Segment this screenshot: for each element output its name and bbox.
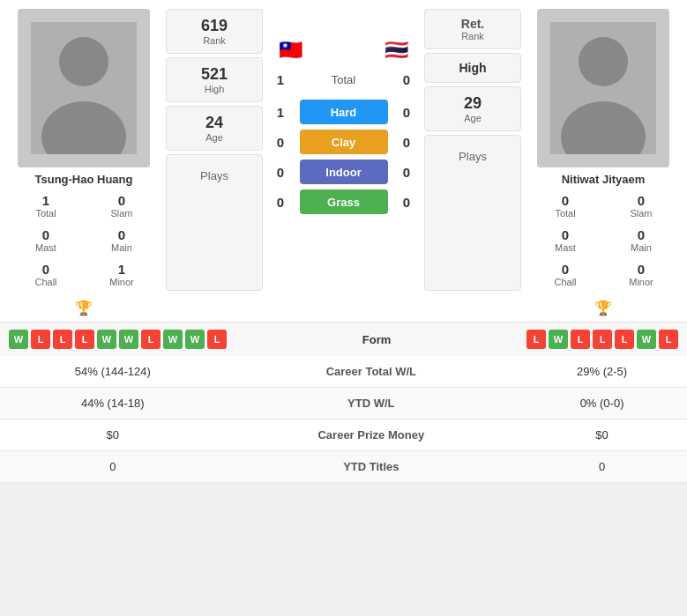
left-rank-value: 619 xyxy=(170,17,258,35)
total-row: 1 Total 0 xyxy=(270,72,417,87)
right-form-badges: L W L L L W L xyxy=(526,330,678,349)
right-form-5: L xyxy=(615,330,634,349)
right-high-box: High xyxy=(424,53,521,83)
right-high-value: High xyxy=(429,61,517,75)
right-main-cell: 0 Main xyxy=(604,224,678,256)
left-minor-cell: 1 Minor xyxy=(85,258,159,291)
left-form-10: L xyxy=(207,330,227,349)
left-player-name: Tsung-Hao Huang xyxy=(35,173,133,186)
right-mast-cell: 0 Mast xyxy=(528,224,602,256)
right-minor-label: Minor xyxy=(606,277,676,287)
left-high-label: High xyxy=(170,84,258,94)
right-player-avatar xyxy=(537,9,669,167)
right-chall-value: 0 xyxy=(530,262,601,277)
right-form-2: W xyxy=(549,330,568,349)
right-total-value: 0 xyxy=(530,193,601,208)
right-minor-cell: 0 Minor xyxy=(604,258,678,291)
right-form-3: L xyxy=(571,330,590,349)
left-age-value: 24 xyxy=(170,114,258,132)
form-label: Form xyxy=(362,333,392,346)
right-chall-cell: 0 Chall xyxy=(528,258,602,291)
left-form-4: L xyxy=(75,330,94,349)
career-wl-label: Career Total W/L xyxy=(226,356,518,388)
titles-label: YTD Titles xyxy=(226,451,518,483)
right-mast-value: 0 xyxy=(530,227,601,242)
left-slam-cell: 0 Slam xyxy=(85,189,159,222)
right-total-cell: 0 Total xyxy=(528,189,602,222)
clay-score-left: 0 xyxy=(270,135,291,150)
left-form-1: W xyxy=(9,330,28,349)
indoor-badge: Indoor xyxy=(300,160,388,184)
left-player-card: Tsung-Hao Huang 1 Total 0 Slam 0 Mast 0 … xyxy=(9,9,159,291)
left-main-label: Main xyxy=(86,242,157,253)
center-h2h: 🇹🇼 🇹🇭 1 Total 0 1 Hard 0 0 Cla xyxy=(270,9,417,291)
right-ytd-wl: 0% (0-0) xyxy=(517,388,687,419)
left-slam-value: 0 xyxy=(86,193,157,208)
left-mast-value: 0 xyxy=(11,227,81,242)
left-prize: $0 xyxy=(0,419,226,451)
left-age-label: Age xyxy=(170,132,258,143)
hard-score-left: 1 xyxy=(270,105,291,120)
stats-table: 54% (144-124) Career Total W/L 29% (2-5)… xyxy=(0,356,687,483)
left-chall-value: 0 xyxy=(11,262,81,277)
left-slam-label: Slam xyxy=(86,208,157,219)
right-plays-label: Plays xyxy=(429,150,517,163)
right-prize: $0 xyxy=(517,419,687,451)
right-rank-label: Rank xyxy=(429,31,517,41)
indoor-score-left: 0 xyxy=(270,165,291,180)
left-chall-cell: 0 Chall xyxy=(9,258,83,291)
left-form-7: L xyxy=(141,330,161,349)
left-total-value: 1 xyxy=(11,193,81,208)
left-form-badges: W L L L W W L W W L xyxy=(9,330,227,349)
right-age-label: Age xyxy=(429,113,517,123)
prize-label: Career Prize Money xyxy=(226,419,518,451)
right-titles: 0 xyxy=(517,451,687,483)
left-main-value: 0 xyxy=(86,227,157,242)
prize-row: $0 Career Prize Money $0 xyxy=(0,419,687,451)
total-label: Total xyxy=(291,73,396,86)
left-minor-value: 1 xyxy=(86,262,157,277)
left-total-cell: 1 Total xyxy=(9,189,83,222)
right-form-4: L xyxy=(593,330,612,349)
form-section: W L L L W W L W W L Form L W L L L W L xyxy=(0,322,687,356)
right-chall-label: Chall xyxy=(530,277,601,287)
left-form-6: W xyxy=(119,330,138,349)
right-career-wl: 29% (2-5) xyxy=(517,356,687,388)
left-rank-box: 619 Rank xyxy=(166,9,263,54)
right-middle-stats: Ret. Rank High 29 Age Plays xyxy=(424,9,521,291)
left-chall-label: Chall xyxy=(11,277,81,287)
right-minor-value: 0 xyxy=(606,262,676,277)
indoor-score-right: 0 xyxy=(396,165,417,180)
left-form-5: W xyxy=(97,330,116,349)
hard-row: 1 Hard 0 xyxy=(270,100,417,124)
left-form-2: L xyxy=(31,330,50,349)
left-total-label: Total xyxy=(11,208,81,219)
left-flag: 🇹🇼 xyxy=(279,39,302,62)
svg-point-1 xyxy=(59,37,108,86)
svg-point-4 xyxy=(579,37,628,86)
left-rank-label: Rank xyxy=(170,35,258,46)
left-player-stats: 1 Total 0 Slam 0 Mast 0 Main 0 Chall xyxy=(9,189,159,291)
total-score-left: 1 xyxy=(270,72,291,87)
hard-score-right: 0 xyxy=(396,105,417,120)
right-form-1: L xyxy=(526,330,546,349)
left-mast-label: Mast xyxy=(11,242,81,253)
titles-row: 0 YTD Titles 0 xyxy=(0,451,687,483)
right-player-card: Nitiwat Jityaem 0 Total 0 Slam 0 Mast 0 … xyxy=(528,9,678,291)
grass-score-right: 0 xyxy=(396,195,417,210)
left-middle-stats: 619 Rank 521 High 24 Age Plays xyxy=(166,9,263,291)
right-player-stats: 0 Total 0 Slam 0 Mast 0 Main 0 Chall xyxy=(528,189,678,291)
left-titles: 0 xyxy=(0,451,226,483)
right-mast-label: Mast xyxy=(530,242,601,253)
left-age-box: 24 Age xyxy=(166,106,263,151)
left-plays-box: Plays xyxy=(166,154,263,291)
total-score-right: 0 xyxy=(396,72,417,87)
right-slam-cell: 0 Slam xyxy=(604,189,678,222)
right-main-value: 0 xyxy=(606,227,676,242)
right-total-label: Total xyxy=(530,208,601,219)
left-minor-label: Minor xyxy=(86,277,157,287)
left-main-cell: 0 Main xyxy=(85,224,159,256)
left-form-8: W xyxy=(163,330,183,349)
grass-row: 0 Grass 0 xyxy=(270,189,417,214)
left-player-avatar xyxy=(18,9,150,167)
